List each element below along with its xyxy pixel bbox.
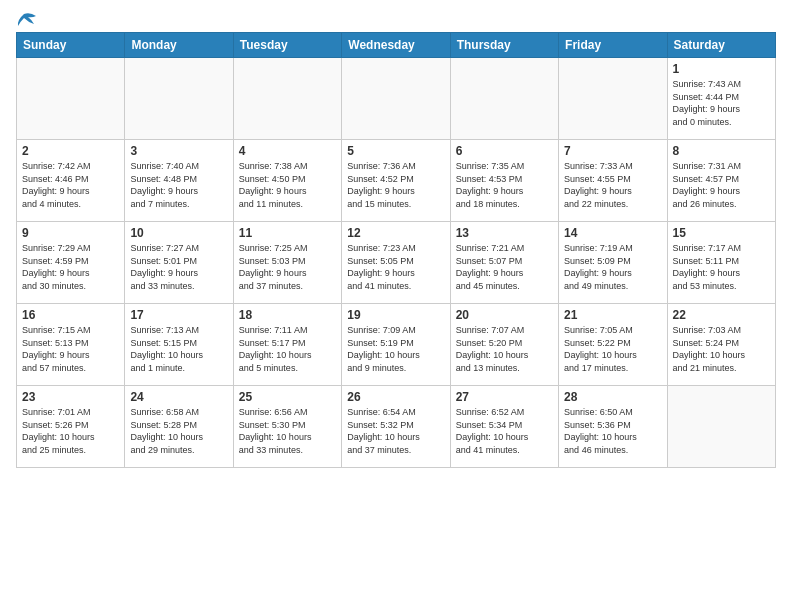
calendar-cell: 6Sunrise: 7:35 AM Sunset: 4:53 PM Daylig… [450,140,558,222]
day-info: Sunrise: 7:01 AM Sunset: 5:26 PM Dayligh… [22,406,119,456]
day-info: Sunrise: 7:25 AM Sunset: 5:03 PM Dayligh… [239,242,336,292]
calendar-cell: 25Sunrise: 6:56 AM Sunset: 5:30 PM Dayli… [233,386,341,468]
day-number: 1 [673,62,770,76]
day-info: Sunrise: 7:05 AM Sunset: 5:22 PM Dayligh… [564,324,661,374]
calendar-cell [233,58,341,140]
day-info: Sunrise: 7:07 AM Sunset: 5:20 PM Dayligh… [456,324,553,374]
weekday-header: Sunday [17,33,125,58]
day-info: Sunrise: 7:15 AM Sunset: 5:13 PM Dayligh… [22,324,119,374]
day-info: Sunrise: 6:58 AM Sunset: 5:28 PM Dayligh… [130,406,227,456]
day-number: 11 [239,226,336,240]
day-info: Sunrise: 7:17 AM Sunset: 5:11 PM Dayligh… [673,242,770,292]
calendar-cell: 1Sunrise: 7:43 AM Sunset: 4:44 PM Daylig… [667,58,775,140]
day-number: 25 [239,390,336,404]
day-info: Sunrise: 7:36 AM Sunset: 4:52 PM Dayligh… [347,160,444,210]
calendar-cell: 15Sunrise: 7:17 AM Sunset: 5:11 PM Dayli… [667,222,775,304]
day-info: Sunrise: 7:03 AM Sunset: 5:24 PM Dayligh… [673,324,770,374]
day-number: 8 [673,144,770,158]
calendar-cell: 23Sunrise: 7:01 AM Sunset: 5:26 PM Dayli… [17,386,125,468]
day-number: 15 [673,226,770,240]
weekday-header: Wednesday [342,33,450,58]
day-number: 18 [239,308,336,322]
calendar-cell [667,386,775,468]
day-info: Sunrise: 7:31 AM Sunset: 4:57 PM Dayligh… [673,160,770,210]
calendar-cell [559,58,667,140]
day-info: Sunrise: 6:56 AM Sunset: 5:30 PM Dayligh… [239,406,336,456]
header [16,12,776,24]
day-info: Sunrise: 7:40 AM Sunset: 4:48 PM Dayligh… [130,160,227,210]
day-info: Sunrise: 7:42 AM Sunset: 4:46 PM Dayligh… [22,160,119,210]
day-number: 20 [456,308,553,322]
day-info: Sunrise: 7:19 AM Sunset: 5:09 PM Dayligh… [564,242,661,292]
day-info: Sunrise: 7:43 AM Sunset: 4:44 PM Dayligh… [673,78,770,128]
day-number: 22 [673,308,770,322]
page: SundayMondayTuesdayWednesdayThursdayFrid… [0,0,792,612]
day-number: 6 [456,144,553,158]
calendar-cell: 5Sunrise: 7:36 AM Sunset: 4:52 PM Daylig… [342,140,450,222]
calendar-cell: 4Sunrise: 7:38 AM Sunset: 4:50 PM Daylig… [233,140,341,222]
day-number: 2 [22,144,119,158]
calendar-cell [450,58,558,140]
day-number: 28 [564,390,661,404]
day-info: Sunrise: 6:52 AM Sunset: 5:34 PM Dayligh… [456,406,553,456]
weekday-header: Tuesday [233,33,341,58]
weekday-header: Monday [125,33,233,58]
weekday-header: Friday [559,33,667,58]
day-info: Sunrise: 7:35 AM Sunset: 4:53 PM Dayligh… [456,160,553,210]
weekday-header: Saturday [667,33,775,58]
calendar-cell: 21Sunrise: 7:05 AM Sunset: 5:22 PM Dayli… [559,304,667,386]
day-number: 14 [564,226,661,240]
day-info: Sunrise: 7:09 AM Sunset: 5:19 PM Dayligh… [347,324,444,374]
calendar-cell: 13Sunrise: 7:21 AM Sunset: 5:07 PM Dayli… [450,222,558,304]
calendar-cell: 10Sunrise: 7:27 AM Sunset: 5:01 PM Dayli… [125,222,233,304]
calendar-cell [342,58,450,140]
day-info: Sunrise: 6:50 AM Sunset: 5:36 PM Dayligh… [564,406,661,456]
day-info: Sunrise: 7:38 AM Sunset: 4:50 PM Dayligh… [239,160,336,210]
day-number: 16 [22,308,119,322]
day-number: 3 [130,144,227,158]
calendar-cell: 14Sunrise: 7:19 AM Sunset: 5:09 PM Dayli… [559,222,667,304]
calendar-cell: 24Sunrise: 6:58 AM Sunset: 5:28 PM Dayli… [125,386,233,468]
day-number: 4 [239,144,336,158]
day-info: Sunrise: 7:13 AM Sunset: 5:15 PM Dayligh… [130,324,227,374]
calendar-cell: 17Sunrise: 7:13 AM Sunset: 5:15 PM Dayli… [125,304,233,386]
day-number: 19 [347,308,444,322]
calendar-cell: 20Sunrise: 7:07 AM Sunset: 5:20 PM Dayli… [450,304,558,386]
calendar-cell: 19Sunrise: 7:09 AM Sunset: 5:19 PM Dayli… [342,304,450,386]
day-number: 7 [564,144,661,158]
day-info: Sunrise: 7:23 AM Sunset: 5:05 PM Dayligh… [347,242,444,292]
day-number: 21 [564,308,661,322]
day-info: Sunrise: 7:27 AM Sunset: 5:01 PM Dayligh… [130,242,227,292]
day-number: 24 [130,390,227,404]
day-number: 26 [347,390,444,404]
day-info: Sunrise: 7:29 AM Sunset: 4:59 PM Dayligh… [22,242,119,292]
calendar-cell: 11Sunrise: 7:25 AM Sunset: 5:03 PM Dayli… [233,222,341,304]
day-number: 12 [347,226,444,240]
day-number: 5 [347,144,444,158]
calendar-cell: 28Sunrise: 6:50 AM Sunset: 5:36 PM Dayli… [559,386,667,468]
day-number: 17 [130,308,227,322]
day-number: 23 [22,390,119,404]
calendar-cell: 2Sunrise: 7:42 AM Sunset: 4:46 PM Daylig… [17,140,125,222]
day-number: 13 [456,226,553,240]
day-info: Sunrise: 6:54 AM Sunset: 5:32 PM Dayligh… [347,406,444,456]
calendar-cell: 8Sunrise: 7:31 AM Sunset: 4:57 PM Daylig… [667,140,775,222]
calendar-cell: 12Sunrise: 7:23 AM Sunset: 5:05 PM Dayli… [342,222,450,304]
calendar-cell: 27Sunrise: 6:52 AM Sunset: 5:34 PM Dayli… [450,386,558,468]
calendar-cell: 7Sunrise: 7:33 AM Sunset: 4:55 PM Daylig… [559,140,667,222]
day-info: Sunrise: 7:33 AM Sunset: 4:55 PM Dayligh… [564,160,661,210]
calendar-cell: 22Sunrise: 7:03 AM Sunset: 5:24 PM Dayli… [667,304,775,386]
calendar-cell [125,58,233,140]
weekday-header: Thursday [450,33,558,58]
logo [16,12,38,24]
calendar-cell [17,58,125,140]
calendar-cell: 16Sunrise: 7:15 AM Sunset: 5:13 PM Dayli… [17,304,125,386]
logo-bird-icon [16,12,38,30]
calendar-table: SundayMondayTuesdayWednesdayThursdayFrid… [16,32,776,468]
calendar-cell: 3Sunrise: 7:40 AM Sunset: 4:48 PM Daylig… [125,140,233,222]
calendar-cell: 18Sunrise: 7:11 AM Sunset: 5:17 PM Dayli… [233,304,341,386]
day-info: Sunrise: 7:21 AM Sunset: 5:07 PM Dayligh… [456,242,553,292]
calendar-cell: 9Sunrise: 7:29 AM Sunset: 4:59 PM Daylig… [17,222,125,304]
day-number: 27 [456,390,553,404]
day-number: 9 [22,226,119,240]
